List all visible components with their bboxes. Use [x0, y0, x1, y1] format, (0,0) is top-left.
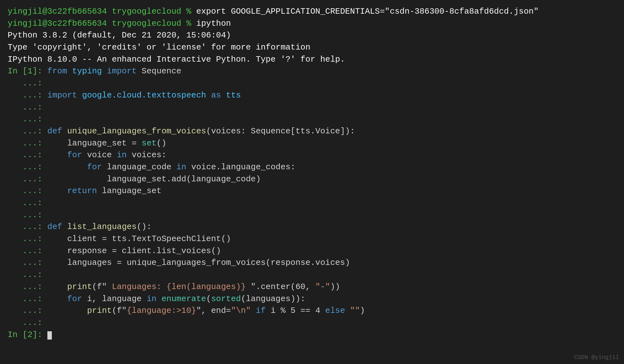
terminal-line: ...:: [8, 269, 616, 281]
watermark-label: CSDN @yingjil: [574, 353, 619, 361]
terminal-line: ...: language_set.add(language_code): [8, 173, 616, 185]
terminal-line: ...: response = client.list_voices(): [8, 245, 616, 257]
terminal-line: Type 'copyright', 'credits' or 'license'…: [8, 42, 616, 54]
terminal-line: ...: print(f"{language:>10}", end="\n" i…: [8, 305, 616, 317]
terminal-line: ...: print(f" Languages: {len(languages)…: [8, 281, 616, 293]
terminal-line: ...: for i, language in enumerate(sorted…: [8, 293, 616, 305]
terminal-line: Python 3.8.2 (default, Dec 21 2020, 15:0…: [8, 30, 616, 42]
terminal-line: ...: def unique_languages_from_voices(vo…: [8, 125, 616, 138]
terminal-line: ...: for language_code in voice.language…: [8, 161, 616, 173]
terminal-line: ...: for voice in voices:: [8, 149, 616, 161]
terminal-line: ...: language_set = set(): [8, 138, 616, 150]
terminal-line: In [2]:: [8, 329, 616, 341]
terminal-line: yingjil@3c22fb665634 trygooglecloud % ip…: [8, 18, 616, 30]
terminal-line: ...:: [8, 209, 616, 221]
terminal-line: ...:: [8, 197, 616, 209]
terminal-line: ...: return language_set: [8, 185, 616, 197]
terminal-line: ...:: [8, 317, 616, 329]
terminal-line: yingjil@3c22fb665634 trygooglecloud % ex…: [8, 6, 616, 18]
terminal-line: IPython 8.10.0 -- An enhanced Interactiv…: [8, 54, 616, 66]
terminal: yingjil@3c22fb665634 trygooglecloud % ex…: [8, 6, 616, 341]
terminal-line: ...: client = tts.TextToSpeechClient(): [8, 233, 616, 245]
terminal-line: In [1]: from typing import Sequence: [8, 65, 616, 78]
terminal-line: ...: def list_languages():: [8, 221, 616, 233]
terminal-line: ...: import google.cloud.texttospeech as…: [8, 90, 616, 102]
terminal-line: ...:: [8, 102, 616, 114]
cursor: [47, 331, 52, 340]
terminal-line: ...:: [8, 113, 616, 125]
terminal-line: ...: languages = unique_languages_from_v…: [8, 257, 616, 269]
terminal-line: ...:: [8, 78, 616, 90]
